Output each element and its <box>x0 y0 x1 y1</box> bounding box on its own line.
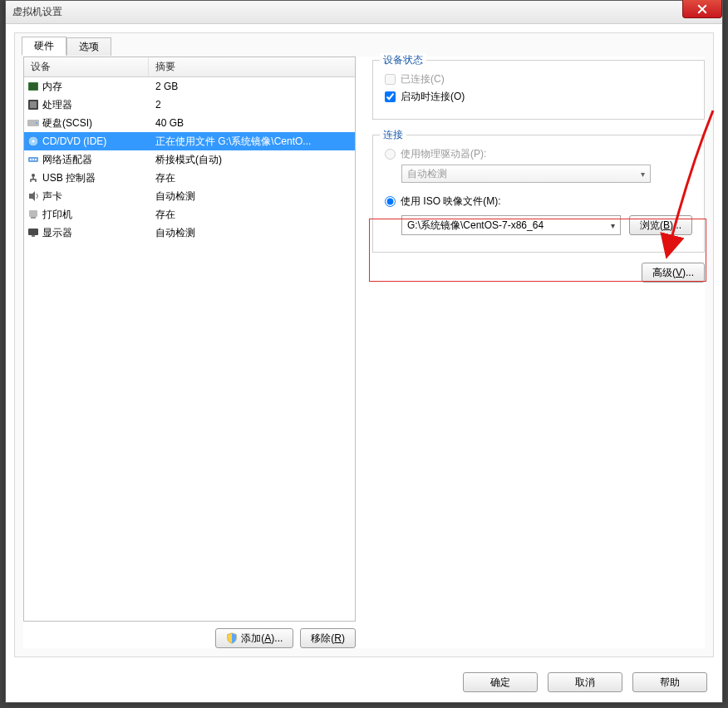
col-summary[interactable]: 摘要 <box>149 57 355 76</box>
device-list[interactable]: 设备 摘要 内存2 GB处理器2硬盘(SCSI)40 GBCD/DVD (IDE… <box>23 57 356 622</box>
dialog-window: 虚拟机设置 硬件 选项 设备 摘要 内存2 GB处理器2硬盘(SCSI)40 G… <box>5 0 723 703</box>
device-row[interactable]: 处理器2 <box>24 96 355 114</box>
list-body: 内存2 GB处理器2硬盘(SCSI)40 GBCD/DVD (IDE)正在使用文… <box>24 77 355 242</box>
device-summary: 40 GB <box>149 117 355 129</box>
device-row[interactable]: 硬盘(SCSI)40 GB <box>24 114 355 132</box>
svg-rect-11 <box>35 159 37 160</box>
device-row[interactable]: 声卡自动检测 <box>24 187 355 205</box>
usb-icon <box>24 171 42 184</box>
device-row[interactable]: 内存2 GB <box>24 77 355 96</box>
device-name: 硬盘(SCSI) <box>42 116 149 130</box>
tab-options[interactable]: 选项 <box>66 37 111 56</box>
advanced-row: 高级(V)... <box>372 263 705 283</box>
network-icon <box>24 153 42 166</box>
radio-iso-input[interactable] <box>385 196 396 207</box>
device-name: 内存 <box>42 80 149 94</box>
svg-rect-1 <box>29 83 37 90</box>
radio-iso-label: 使用 ISO 映像文件(M): <box>401 194 501 209</box>
device-row[interactable]: USB 控制器存在 <box>24 169 355 187</box>
cancel-button-label: 取消 <box>575 676 595 690</box>
radio-physical-label: 使用物理驱动器(P): <box>401 147 486 161</box>
checkbox-connected[interactable]: 已连接(C) <box>385 72 692 86</box>
printer-icon <box>24 208 42 221</box>
svg-point-12 <box>32 174 35 177</box>
combo-iso-path[interactable]: G:\系统镜像\CentOS-7-x86_64 ▾ <box>401 215 621 235</box>
device-summary: 自动检测 <box>149 189 355 204</box>
cpu-icon <box>24 98 42 111</box>
radio-physical[interactable]: 使用物理驱动器(P): <box>385 147 692 161</box>
ok-button-label: 确定 <box>490 676 510 690</box>
client-area: 硬件 选项 设备 摘要 内存2 GB处理器2硬盘(SCSI)40 GBCD/DV… <box>14 32 714 657</box>
svg-rect-10 <box>32 159 34 160</box>
checkbox-connect-poweron-label: 启动时连接(O) <box>401 90 465 104</box>
device-name: CD/DVD (IDE) <box>42 135 149 147</box>
tab-strip: 硬件 选项 <box>22 32 111 52</box>
svg-rect-3 <box>30 101 37 108</box>
svg-point-5 <box>36 122 37 124</box>
remove-button-label: 移除(R) <box>311 632 345 646</box>
browse-button[interactable]: 浏览(B)... <box>629 215 692 235</box>
device-summary: 桥接模式(自动) <box>149 153 355 167</box>
cd-icon <box>24 135 42 148</box>
device-name: 处理器 <box>42 98 149 112</box>
device-summary: 2 GB <box>149 81 355 92</box>
group-connection-title: 连接 <box>380 128 406 142</box>
device-summary: 存在 <box>149 171 355 185</box>
device-summary: 存在 <box>149 208 355 222</box>
chevron-down-icon[interactable]: ▾ <box>611 221 615 230</box>
device-summary: 自动检测 <box>149 226 355 240</box>
col-device[interactable]: 设备 <box>24 57 149 76</box>
device-name: 声卡 <box>42 189 149 204</box>
svg-rect-13 <box>29 210 37 217</box>
tab-panel-hardware: 设备 摘要 内存2 GB处理器2硬盘(SCSI)40 GBCD/DVD (IDE… <box>23 57 705 648</box>
tab-hardware-label: 硬件 <box>34 39 54 53</box>
dialog-footer: 确定 取消 帮助 <box>6 662 722 702</box>
combo-iso-path-value: G:\系统镜像\CentOS-7-x86_64 <box>407 219 544 233</box>
advanced-button[interactable]: 高级(V)... <box>642 263 705 283</box>
help-button-label: 帮助 <box>660 676 680 690</box>
memory-icon <box>24 80 42 93</box>
group-device-status-title: 设备状态 <box>380 53 426 67</box>
shield-icon <box>226 632 238 644</box>
iso-row: G:\系统镜像\CentOS-7-x86_64 ▾ 浏览(B)... <box>401 215 692 235</box>
chevron-down-icon: ▾ <box>641 170 645 179</box>
remove-button[interactable]: 移除(R) <box>300 628 356 648</box>
tab-options-label: 选项 <box>79 40 99 54</box>
close-button[interactable] <box>682 0 722 18</box>
help-button[interactable]: 帮助 <box>632 672 707 692</box>
device-row[interactable]: 网络适配器桥接模式(自动) <box>24 150 355 169</box>
add-button-label: 添加(A)... <box>241 632 283 646</box>
device-name: 打印机 <box>42 208 149 222</box>
device-name: 网络适配器 <box>42 153 149 167</box>
combo-physical-drive: 自动检测 ▾ <box>401 165 651 183</box>
svg-rect-9 <box>30 159 32 160</box>
list-header: 设备 摘要 <box>24 57 355 77</box>
titlebar: 虚拟机设置 <box>6 1 722 24</box>
device-row[interactable]: CD/DVD (IDE)正在使用文件 G:\系统镜像\CentO... <box>24 132 355 150</box>
left-column: 设备 摘要 内存2 GB处理器2硬盘(SCSI)40 GBCD/DVD (IDE… <box>23 57 356 648</box>
checkbox-connected-input[interactable] <box>385 74 396 85</box>
checkbox-connected-label: 已连接(C) <box>401 72 445 86</box>
advanced-button-label: 高级(V)... <box>652 266 694 280</box>
device-row[interactable]: 显示器自动检测 <box>24 224 355 242</box>
close-icon <box>697 4 707 14</box>
radio-iso[interactable]: 使用 ISO 映像文件(M): <box>385 194 692 209</box>
device-row[interactable]: 打印机存在 <box>24 205 355 224</box>
device-name: USB 控制器 <box>42 171 149 185</box>
disk-icon <box>24 116 42 130</box>
group-device-status: 设备状态 已连接(C) 启动时连接(O) <box>372 60 705 120</box>
right-column: 设备状态 已连接(C) 启动时连接(O) 连接 使用物理驱动器(P): <box>372 57 705 648</box>
list-buttons: 添加(A)... 移除(R) <box>23 622 356 648</box>
cancel-button[interactable]: 取消 <box>548 672 622 692</box>
radio-physical-input[interactable] <box>385 149 396 160</box>
svg-point-7 <box>32 140 35 143</box>
ok-button[interactable]: 确定 <box>463 672 538 692</box>
checkbox-connect-poweron[interactable]: 启动时连接(O) <box>385 90 692 104</box>
device-summary: 正在使用文件 G:\系统镜像\CentO... <box>149 135 355 149</box>
checkbox-connect-poweron-input[interactable] <box>385 91 396 102</box>
svg-rect-14 <box>31 217 36 219</box>
device-name: 显示器 <box>42 226 149 240</box>
device-summary: 2 <box>149 99 355 111</box>
add-button[interactable]: 添加(A)... <box>215 628 293 648</box>
tab-hardware[interactable]: 硬件 <box>22 37 66 56</box>
